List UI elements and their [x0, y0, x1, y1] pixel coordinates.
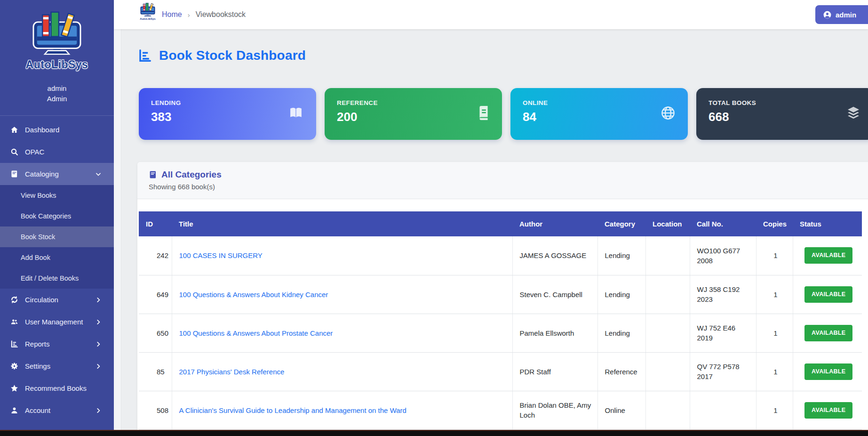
stat-card-total-books[interactable]: TOTAL BOOKS 668: [696, 88, 868, 140]
autolibsys-mini-logo-icon: [139, 2, 157, 17]
cell-id: 650: [139, 314, 172, 352]
cell-author: Steven C. Campbell: [512, 275, 597, 314]
stat-card-lending[interactable]: LENDING 383: [139, 88, 316, 140]
sidebar-item-label: User Management: [25, 318, 83, 326]
section-title: All Categories: [161, 170, 222, 180]
sidebar-item-opac[interactable]: OPAC: [0, 141, 114, 163]
cell-category: Lending: [597, 236, 645, 275]
book-title-link[interactable]: 2017 Physicians' Desk Reference: [179, 368, 285, 376]
status-badge[interactable]: AVAILABLE: [804, 325, 852, 341]
sidebar-item-book-categories[interactable]: Book Categories: [0, 206, 114, 226]
cell-location: [645, 314, 690, 352]
column-header-title: Title: [172, 211, 512, 236]
sidebar-item-label: Dashboard: [25, 126, 59, 134]
sidebar-item-add-book[interactable]: Add Book: [0, 247, 114, 268]
status-badge[interactable]: AVAILABLE: [804, 247, 852, 264]
book-title-link[interactable]: A Clinician's Survival Guide to Leadersh…: [179, 406, 406, 414]
cell-call-no: QV 772 P578 2017: [690, 352, 756, 391]
chevron-down-icon: [95, 171, 102, 178]
sidebar-item-cataloging[interactable]: Cataloging: [0, 163, 114, 185]
table-header-row: ID Title Author Category Location Call N…: [139, 211, 862, 236]
chevron-right-icon: [95, 297, 102, 303]
all-categories-panel: All Categories Showing 668 book(s) ID Ti…: [137, 162, 868, 433]
table-row: 650 100 Questions & Answers About Prosta…: [139, 314, 862, 352]
sidebar-item-label: Cataloging: [25, 170, 59, 178]
cell-location: [645, 275, 690, 314]
sidebar-item-account[interactable]: Account: [0, 399, 114, 421]
globe-icon: [661, 105, 676, 122]
stat-value: 668: [709, 110, 861, 124]
cell-call-no: WJ 358 C192 2023: [690, 275, 756, 314]
layers-icon: [845, 105, 861, 122]
sidebar-item-reports[interactable]: Reports: [0, 333, 114, 355]
mini-logo-text: AutoLibSys: [135, 17, 160, 20]
breadcrumb-separator: ›: [188, 11, 190, 19]
cell-copies: 1: [756, 275, 793, 314]
stat-card-reference[interactable]: REFERENCE 200: [325, 88, 502, 140]
sidebar-item-view-books[interactable]: View Books: [0, 185, 114, 206]
app-logo: AutoLibSys: [0, 0, 114, 71]
dashboard-chart-icon: [138, 48, 152, 63]
stat-label: ONLINE: [523, 99, 676, 106]
sidebar: AutoLibSys admin Admin Dashboard OPAC Ca…: [0, 0, 114, 436]
sidebar-item-label: Settings: [25, 362, 50, 370]
sidebar-item-dashboard[interactable]: Dashboard: [0, 119, 114, 141]
admin-button-label: admin: [836, 11, 856, 19]
status-badge[interactable]: AVAILABLE: [804, 286, 852, 303]
stat-value: 383: [151, 110, 304, 124]
panel-header: All Categories Showing 668 book(s): [137, 162, 868, 199]
page-title: Book Stock Dashboard: [159, 48, 306, 63]
sidebar-item-edit-delete-books[interactable]: Edit / Delete Books: [0, 268, 114, 289]
book-title-link[interactable]: 100 CASES IN SURGERY: [179, 251, 263, 259]
content-left-gutter: [114, 29, 121, 436]
sub-item-label: Book Categories: [21, 212, 71, 220]
breadcrumb-home-link[interactable]: Home: [162, 10, 182, 19]
column-header-copies: Copies: [756, 211, 793, 236]
sidebar-item-label: Account: [25, 406, 50, 414]
table-row: 649 100 Questions & Answers About Kidney…: [139, 275, 862, 314]
table-row: 508 A Clinician's Survival Guide to Lead…: [139, 391, 862, 429]
book-title-link[interactable]: 100 Questions & Answers About Prostate C…: [179, 329, 333, 337]
column-header-call-no: Call No.: [690, 211, 756, 236]
page-title-row: Book Stock Dashboard: [138, 48, 306, 63]
stat-label: TOTAL BOOKS: [709, 99, 861, 106]
book-stock-table: ID Title Author Category Location Call N…: [139, 211, 862, 430]
cell-id: 508: [139, 391, 172, 429]
column-header-id: ID: [139, 211, 172, 236]
cell-copies: 1: [756, 314, 793, 352]
cell-author: PDR Staff: [512, 352, 597, 391]
book-title-link[interactable]: 100 Questions & Answers About Kidney Can…: [179, 291, 328, 299]
stat-cards-row: LENDING 383 REFERENCE 200 ONLINE 84 TOTA…: [139, 88, 868, 140]
sidebar-item-book-stock[interactable]: Book Stock: [0, 226, 114, 247]
sidebar-profile: admin Admin: [0, 83, 114, 104]
stat-card-online[interactable]: ONLINE 84: [510, 88, 688, 140]
cell-category: Lending: [597, 314, 645, 352]
cell-copies: 1: [756, 236, 793, 275]
sidebar-item-user-management[interactable]: User Management: [0, 311, 114, 333]
book-icon: [10, 170, 18, 178]
sidebar-item-recommend-books[interactable]: Recommend Books: [0, 377, 114, 399]
cell-category: Lending: [597, 275, 645, 314]
column-header-author: Author: [512, 211, 597, 236]
sidebar-item-settings[interactable]: Settings: [0, 355, 114, 377]
status-badge[interactable]: AVAILABLE: [804, 363, 852, 380]
admin-menu-button[interactable]: admin: [815, 5, 868, 24]
column-header-location: Location: [645, 211, 690, 236]
sidebar-item-label: OPAC: [25, 148, 44, 156]
cell-location: [645, 352, 690, 391]
sidebar-item-circulation[interactable]: Circulation: [0, 289, 114, 311]
cell-call-no: [690, 391, 756, 429]
status-badge[interactable]: AVAILABLE: [804, 402, 852, 419]
top-bar: AutoLibSys Home › Viewbookstock admin: [114, 0, 868, 29]
sub-item-label: Edit / Delete Books: [21, 275, 79, 282]
cell-id: 649: [139, 275, 172, 314]
sub-item-label: Book Stock: [21, 233, 55, 241]
window-bottom-edge: [0, 430, 868, 436]
cell-location: [645, 391, 690, 429]
chart-icon: [10, 340, 18, 348]
sub-item-label: View Books: [21, 192, 56, 199]
breadcrumb: Home › Viewbookstock: [162, 0, 246, 29]
users-icon: [10, 318, 18, 326]
app-screen: AutoLibSys admin Admin Dashboard OPAC Ca…: [0, 0, 868, 436]
section-subtitle: Showing 668 book(s): [149, 183, 868, 191]
